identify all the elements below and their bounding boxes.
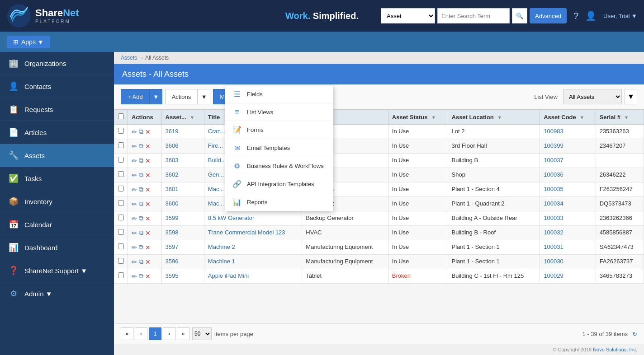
delete-icon[interactable]: ✕	[145, 244, 151, 251]
delete-icon[interactable]: ✕	[145, 215, 151, 222]
col-status[interactable]: Asset Status ▼	[388, 110, 448, 125]
last-page-button[interactable]: »	[177, 327, 189, 340]
sidebar-item-articles[interactable]: 📄 Articles	[0, 121, 114, 144]
sidebar-item-calendar[interactable]: 📅 Calendar	[0, 213, 114, 236]
prev-page-button[interactable]: ‹	[135, 327, 147, 340]
edit-icon[interactable]: ✏	[132, 258, 137, 266]
sidebar-item-inventory[interactable]: 📦 Inventory	[0, 190, 114, 213]
row-location: Shop	[448, 168, 540, 182]
row-checkbox[interactable]	[118, 142, 124, 148]
sidebar-item-admin[interactable]: ⚙ Admin ▼	[0, 282, 114, 305]
sidebar-item-tasks[interactable]: ✅ Tasks	[0, 167, 114, 190]
copy-icon[interactable]: ⧉	[139, 186, 143, 193]
refresh-icon[interactable]: ↻	[632, 331, 637, 337]
delete-icon[interactable]: ✕	[145, 186, 151, 193]
breadcrumb-parent[interactable]: Assets	[121, 55, 137, 61]
row-checkbox[interactable]	[118, 186, 124, 192]
row-checkbox[interactable]	[118, 229, 124, 235]
copy-icon[interactable]: ⧉	[139, 128, 143, 135]
edit-icon[interactable]: ✏	[132, 201, 137, 208]
actions-button[interactable]: Actions	[165, 89, 198, 104]
menu-item-fields[interactable]: ☰ Fields	[225, 85, 333, 103]
page-1-button[interactable]: 1	[149, 327, 161, 340]
row-type: Manufacturing Equipment	[302, 255, 388, 269]
sidebar-item-sharenet-support[interactable]: ❓ ShareNet Support ▼	[0, 259, 114, 282]
header-tagline: Work. Simplified.	[285, 11, 359, 21]
row-checkbox[interactable]	[118, 258, 124, 264]
copy-icon[interactable]: ⧉	[139, 215, 143, 222]
row-checkbox[interactable]	[118, 215, 124, 220]
copy-icon[interactable]: ⧉	[139, 258, 143, 266]
delete-icon[interactable]: ✕	[145, 172, 151, 179]
copy-icon[interactable]: ⧉	[139, 157, 143, 164]
sidebar-item-label: Organizations	[24, 60, 66, 67]
actions-dropdown-button[interactable]: ▼	[198, 89, 210, 104]
sidebar-item-assets[interactable]: 🔧 Assets	[0, 144, 114, 167]
next-page-button[interactable]: ›	[163, 327, 175, 340]
edit-icon[interactable]: ✏	[132, 215, 137, 222]
row-serial: 2363262366	[596, 211, 644, 226]
copy-icon[interactable]: ⧉	[139, 200, 143, 208]
add-dropdown-button[interactable]: ▼	[150, 89, 162, 104]
user-icon[interactable]: 👤	[585, 10, 597, 21]
delete-icon[interactable]: ✕	[145, 157, 151, 164]
delete-icon[interactable]: ✕	[145, 201, 151, 208]
menu-item-api-integration[interactable]: 🔗 API Integration Templates	[225, 175, 333, 193]
header-right: Asset Contact Organization Request 🔍 Adv…	[381, 8, 637, 23]
row-checkbox[interactable]	[118, 157, 124, 163]
edit-icon[interactable]: ✏	[132, 244, 137, 251]
col-location[interactable]: Asset Location ▼	[448, 110, 540, 125]
row-checkbox[interactable]	[118, 272, 124, 278]
delete-icon[interactable]: ✕	[145, 128, 151, 135]
add-button[interactable]: + Add	[121, 89, 150, 104]
company-link[interactable]: Novo Solutions, Inc.	[593, 347, 637, 352]
first-page-button[interactable]: «	[121, 327, 133, 340]
row-checkbox[interactable]	[118, 128, 124, 134]
search-button[interactable]: 🔍	[512, 8, 527, 23]
help-icon[interactable]: ?	[573, 11, 578, 21]
menu-item-business-rules[interactable]: ⚙ Business Rules & WorkFlows	[225, 157, 333, 175]
sidebar-item-requests[interactable]: 📋 Requests	[0, 98, 114, 121]
copy-icon[interactable]: ⧉	[139, 142, 143, 150]
search-type-select[interactable]: Asset Contact Organization Request	[381, 8, 435, 23]
row-checkbox[interactable]	[118, 171, 124, 177]
edit-icon[interactable]: ✏	[132, 273, 137, 280]
edit-icon[interactable]: ✏	[132, 172, 137, 179]
apps-button[interactable]: ⊞ Apps ▼	[7, 36, 50, 48]
delete-icon[interactable]: ✕	[145, 229, 151, 237]
edit-icon[interactable]: ✏	[132, 157, 137, 164]
copy-icon[interactable]: ⧉	[139, 229, 143, 237]
delete-icon[interactable]: ✕	[145, 143, 151, 150]
col-asset-num[interactable]: Asset... ▼	[161, 110, 204, 125]
copy-icon[interactable]: ⧉	[139, 243, 143, 251]
edit-icon[interactable]: ✏	[132, 229, 137, 237]
row-checkbox[interactable]	[118, 200, 124, 206]
list-view-select[interactable]: All Assets	[563, 89, 622, 104]
sidebar-item-label: Assets	[24, 152, 45, 159]
edit-icon[interactable]: ✏	[132, 143, 137, 150]
col-serial[interactable]: Serial # ▼	[596, 110, 644, 125]
menu-item-reports[interactable]: 📊 Reports	[225, 193, 333, 211]
row-asset-num: 3603	[161, 154, 204, 168]
select-all-checkbox[interactable]	[118, 113, 124, 119]
user-link[interactable]: User, Trial ▼	[603, 13, 637, 19]
row-checkbox[interactable]	[118, 243, 124, 249]
edit-icon[interactable]: ✏	[132, 128, 137, 135]
menu-item-forms[interactable]: 📝 Forms	[225, 121, 333, 139]
list-view-dropdown-button[interactable]: ▼	[625, 89, 637, 104]
advanced-button[interactable]: Advanced	[530, 8, 567, 23]
menu-item-email-templates[interactable]: ✉ Email Templates	[225, 139, 333, 157]
sidebar-item-organizations[interactable]: 🏢 Organizations	[0, 52, 114, 75]
copy-icon[interactable]: ⧉	[139, 272, 143, 280]
delete-icon[interactable]: ✕	[145, 258, 151, 266]
search-input[interactable]	[437, 8, 510, 23]
delete-icon[interactable]: ✕	[145, 273, 151, 280]
sidebar-item-dashboard[interactable]: 📊 Dashboard	[0, 236, 114, 259]
col-code[interactable]: Asset Code ▼	[540, 110, 596, 125]
copy-icon[interactable]: ⧉	[139, 171, 143, 179]
edit-icon[interactable]: ✏	[132, 186, 137, 193]
menu-item-list-views[interactable]: ≡ List Views	[225, 103, 333, 121]
sidebar-item-contacts[interactable]: 👤 Contacts	[0, 75, 114, 98]
content-area: Assets → All Assets Assets - All Assets …	[114, 52, 644, 355]
per-page-select[interactable]: 50 25 100	[192, 327, 212, 340]
